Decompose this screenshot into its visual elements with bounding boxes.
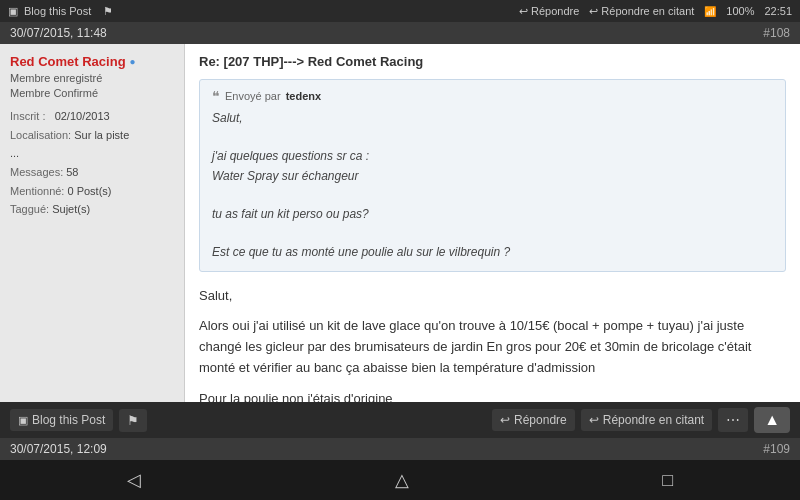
quote-text: Salut, j'ai quelques questions sr ca : W… bbox=[212, 109, 773, 263]
top-bar-right: ↩ Répondre ↩ Répondre en citant 📶 100% 2… bbox=[519, 5, 792, 18]
repondre-label: Répondre bbox=[514, 413, 567, 427]
repondre-citant-label: Répondre en citant bbox=[603, 413, 704, 427]
post-body-line-3: Pour la poulie non j'étais d'origine bbox=[199, 389, 786, 402]
user-mentionne: Mentionné: 0 Post(s) bbox=[10, 182, 174, 201]
post-body-line-2: Alors oui j'ai utilisé un kit de lave gl… bbox=[199, 316, 786, 378]
post-108-container: Red Comet Racing ● Membre enregistré Mem… bbox=[0, 44, 800, 402]
flag-icon-action: ⚑ bbox=[127, 413, 139, 428]
blog-this-post-top[interactable]: Blog this Post bbox=[24, 5, 91, 17]
quote-icon: ❝ bbox=[212, 88, 220, 104]
repondre-btn[interactable]: ↩ Répondre bbox=[492, 409, 575, 431]
home-btn[interactable]: △ bbox=[375, 464, 429, 496]
post-108-sidebar: Red Comet Racing ● Membre enregistré Mem… bbox=[0, 44, 185, 402]
user-tague: Taggué: Sujet(s) bbox=[10, 200, 174, 219]
envoye-par-label: Envoyé par bbox=[225, 90, 281, 102]
post-108-date: 30/07/2015, 11:48 bbox=[10, 26, 107, 40]
repondre-citant-icon: ↩ bbox=[589, 413, 599, 427]
scroll-top-btn[interactable]: ▲ bbox=[754, 407, 790, 433]
blog-icon-btn: ▣ bbox=[18, 414, 28, 427]
username-text: Red Comet Racing bbox=[10, 54, 126, 69]
dots-icon: ⋯ bbox=[726, 412, 740, 428]
top-bar: ▣ Blog this Post ⚑ ↩ Répondre ↩ Répondre… bbox=[0, 0, 800, 22]
flag-icon[interactable]: ⚑ bbox=[103, 5, 113, 18]
wifi-icon: 📶 bbox=[704, 6, 716, 17]
repondre-citant-btn[interactable]: ↩ Répondre en citant bbox=[581, 409, 712, 431]
user-localisation: Localisation: Sur la piste bbox=[10, 126, 174, 145]
blog-this-post-label: Blog this Post bbox=[32, 413, 105, 427]
username: Red Comet Racing ● bbox=[10, 54, 174, 69]
post-108-content: Re: [207 THP]---> Red Comet Racing ❝ Env… bbox=[185, 44, 800, 402]
verified-icon: ● bbox=[130, 56, 136, 67]
battery-level: 100% bbox=[726, 5, 754, 17]
dots-btn[interactable]: ⋯ bbox=[718, 408, 748, 432]
post-109-date: 30/07/2015, 12:09 bbox=[10, 442, 107, 456]
top-bar-left: ▣ Blog this Post ⚑ bbox=[8, 5, 113, 18]
quote-author: tedenx bbox=[286, 90, 321, 102]
blog-icon[interactable]: ▣ bbox=[8, 5, 18, 18]
bottom-nav: ◁ △ □ bbox=[0, 460, 800, 500]
post-109-date-header: 30/07/2015, 12:09 #109 bbox=[0, 438, 800, 460]
quote-block: ❝ Envoyé par tedenx Salut, j'ai quelques… bbox=[199, 79, 786, 272]
scroll-top-icon: ▲ bbox=[764, 411, 780, 429]
post-108-title: Re: [207 THP]---> Red Comet Racing bbox=[199, 54, 786, 69]
post-body-line-1: Salut, bbox=[199, 286, 786, 307]
repondre-citant-top[interactable]: ↩ Répondre en citant bbox=[589, 5, 694, 18]
user-messages: Messages: 58 bbox=[10, 163, 174, 182]
user-inscrit: Inscrit : 02/10/2013 bbox=[10, 107, 174, 126]
flag-btn[interactable]: ⚑ bbox=[119, 409, 147, 432]
post-body: Salut, Alors oui j'ai utilisé un kit de … bbox=[199, 286, 786, 403]
time-display: 22:51 bbox=[764, 5, 792, 17]
recent-btn[interactable]: □ bbox=[642, 465, 693, 496]
post-109-num: #109 bbox=[763, 442, 790, 456]
repondre-icon: ↩ bbox=[500, 413, 510, 427]
user-dots: ... bbox=[10, 144, 174, 163]
user-info: Inscrit : 02/10/2013 Localisation: Sur l… bbox=[10, 107, 174, 219]
post-108-date-header: 30/07/2015, 11:48 #108 bbox=[0, 22, 800, 44]
user-title-1: Membre enregistré bbox=[10, 72, 174, 84]
quote-header: ❝ Envoyé par tedenx bbox=[212, 88, 773, 104]
user-title-2: Membre Confirmé bbox=[10, 87, 174, 99]
blog-this-post-btn[interactable]: ▣ Blog this Post bbox=[10, 409, 113, 431]
repondre-top[interactable]: ↩ Répondre bbox=[519, 5, 579, 18]
action-bar: ▣ Blog this Post ⚑ ↩ Répondre ↩ Répondre… bbox=[0, 402, 800, 438]
back-btn[interactable]: ◁ bbox=[107, 464, 161, 496]
post-108-num: #108 bbox=[763, 26, 790, 40]
